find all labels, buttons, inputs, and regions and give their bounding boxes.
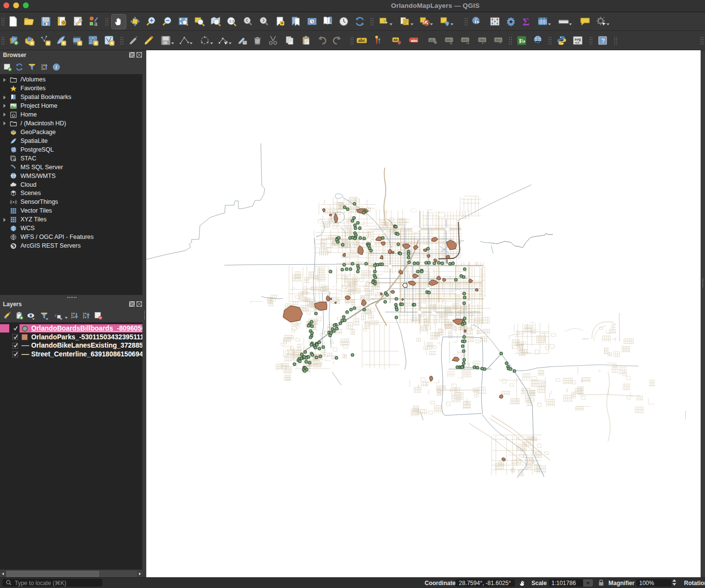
svg-text:ε: ε (55, 312, 57, 318)
svg-text:1:1: 1:1 (229, 19, 234, 23)
svg-text:ab: ab (430, 39, 433, 42)
svg-text:abc: abc (462, 38, 468, 41)
svg-text:abc: abc (495, 38, 501, 41)
svg-text:i: i (56, 65, 57, 70)
svg-text:ab: ab (393, 38, 398, 42)
svg-text:@: @ (14, 158, 16, 161)
svg-text:?: ? (601, 37, 605, 44)
svg-text:abc: abc (446, 38, 452, 41)
svg-text:Σ: Σ (523, 16, 529, 27)
svg-text:abc: abc (358, 38, 366, 43)
svg-text:a: a (94, 20, 98, 27)
svg-text:<>: <> (575, 40, 580, 45)
svg-text:abc: abc (411, 39, 418, 43)
